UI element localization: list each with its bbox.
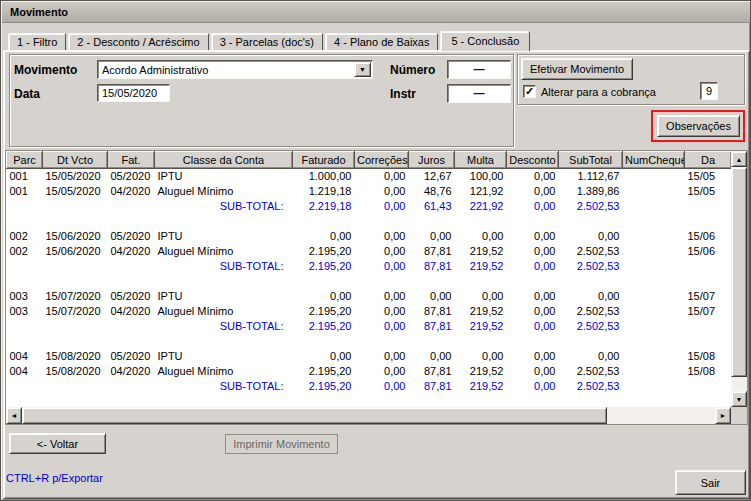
cell-fat: 04/2020 (108, 184, 155, 199)
cell-faturado (293, 334, 355, 349)
window-title: Movimento (10, 6, 68, 18)
cell-data (685, 274, 732, 289)
cell-correcoes (355, 274, 409, 289)
scroll-left-icon[interactable]: ◄ (6, 407, 22, 424)
tab-conclusao[interactable]: 5 - Conclusão (440, 31, 530, 51)
column-header-desconto[interactable]: Desconto (507, 152, 559, 169)
horizontal-scrollbar[interactable]: ◄ ► (6, 407, 731, 424)
spacer-row (7, 334, 732, 349)
cell-faturado: 1.219,18 (293, 184, 355, 199)
cell-multa: 219,52 (455, 304, 507, 319)
movimento-dropdown[interactable]: Acordo Administrativo ▼ (97, 60, 373, 79)
cell-subtotal: 2.502,53 (559, 244, 623, 259)
column-header-parc[interactable]: Parc (7, 152, 43, 169)
cell-fat: 04/2020 (108, 244, 155, 259)
grid-table: ParcDt VctoFat.Classe da ContaFaturadoCo… (6, 151, 732, 409)
table-row[interactable]: 00315/07/202005/2020IPTU0,000,000,000,00… (7, 289, 732, 304)
cell-subtotal: 2.502,53 (559, 259, 623, 274)
cell-numcheque (623, 274, 685, 289)
cell-multa (455, 334, 507, 349)
column-header-subtotal[interactable]: SubTotal (559, 152, 623, 169)
column-header-juros[interactable]: Juros (409, 152, 455, 169)
table-row[interactable]: 00315/07/202004/2020Aluguel Mínimo2.195,… (7, 304, 732, 319)
cell-desconto: 0,00 (507, 169, 559, 184)
vertical-scroll-thumb[interactable] (731, 167, 747, 377)
alterar-cobranca-checkbox[interactable]: ✓ (523, 85, 536, 98)
table-row[interactable]: 00215/06/202005/2020IPTU0,000,000,000,00… (7, 229, 732, 244)
column-header-correcoes[interactable]: Correções (355, 152, 409, 169)
column-header-fat[interactable]: Fat. (108, 152, 155, 169)
cell-multa: 219,52 (455, 379, 507, 394)
table-row[interactable]: 00115/05/202005/2020IPTU1.000,000,0012,6… (7, 169, 732, 184)
cell-classe-da-conta (155, 334, 293, 349)
chevron-down-icon[interactable]: ▼ (354, 62, 371, 77)
imprimir-movimento-button[interactable]: Imprimir Movimento (225, 434, 338, 454)
cell-classe-da-conta (155, 214, 293, 229)
cell-numcheque (623, 229, 685, 244)
column-header-classe-da-conta[interactable]: Classe da Conta (155, 152, 293, 169)
cell-numcheque (623, 289, 685, 304)
cell-data (685, 379, 732, 394)
tab-desconto-acrescimo[interactable]: 2 - Desconto / Acréscimo (68, 33, 208, 50)
efetivar-movimento-button[interactable]: Efetivar Movimento (521, 58, 633, 80)
cobranca-field[interactable]: 9 (700, 82, 718, 100)
cell-subtotal: 0,00 (559, 229, 623, 244)
data-field[interactable]: 15/05/2020 (97, 84, 170, 102)
cell-fat (108, 274, 155, 289)
instr-label: Instr (390, 87, 416, 101)
column-header-data[interactable]: Da (685, 152, 732, 169)
instr-field[interactable]: — (447, 84, 511, 103)
spacer-row (7, 214, 732, 229)
cell-fat: 04/2020 (108, 364, 155, 379)
cell-fat: 05/2020 (108, 289, 155, 304)
cell-faturado: 2.195,20 (293, 304, 355, 319)
tab-parcelas-docs[interactable]: 3 - Parcelas (doc's) (211, 33, 323, 50)
cell-juros: 87,81 (409, 244, 455, 259)
table-row[interactable]: 00115/05/202004/2020Aluguel Mínimo1.219,… (7, 184, 732, 199)
cell-correcoes: 0,00 (355, 304, 409, 319)
column-header-multa[interactable]: Multa (455, 152, 507, 169)
cell-subtotal: 2.502,53 (559, 379, 623, 394)
cell-parc (7, 334, 43, 349)
cell-faturado: 1.000,00 (293, 169, 355, 184)
tab-plano-de-baixas[interactable]: 4 - Plano de Baixas (325, 33, 438, 50)
cell-faturado (293, 214, 355, 229)
cell-classe-da-conta: IPTU (155, 349, 293, 364)
column-header-numcheque[interactable]: NumCheque (623, 152, 685, 169)
cell-classe-da-conta: Aluguel Mínimo (155, 184, 293, 199)
cell-multa: 0,00 (455, 349, 507, 364)
column-header-faturado[interactable]: Faturado (293, 152, 355, 169)
cell-numcheque (623, 199, 685, 214)
cell-parc (7, 319, 43, 334)
scroll-right-icon[interactable]: ► (715, 407, 731, 424)
table-row[interactable]: 00415/08/202004/2020Aluguel Mínimo2.195,… (7, 364, 732, 379)
cell-dt-vcto (43, 214, 108, 229)
cell-correcoes: 0,00 (355, 169, 409, 184)
numero-field[interactable]: — (447, 60, 511, 79)
cell-correcoes: 0,00 (355, 349, 409, 364)
cell-correcoes (355, 334, 409, 349)
table-row[interactable]: 00415/08/202005/2020IPTU0,000,000,000,00… (7, 349, 732, 364)
cell-juros (409, 334, 455, 349)
column-header-dt-vcto[interactable]: Dt Vcto (43, 152, 108, 169)
voltar-button[interactable]: <- Voltar (9, 433, 106, 454)
cell-fat (108, 379, 155, 394)
cell-subtotal: 0,00 (559, 289, 623, 304)
cell-faturado: 2.195,20 (293, 319, 355, 334)
scroll-up-icon[interactable]: ▲ (731, 151, 747, 167)
cell-dt-vcto: 15/05/2020 (43, 184, 108, 199)
horizontal-scroll-thumb[interactable] (22, 407, 607, 424)
cell-dt-vcto: 15/05/2020 (43, 169, 108, 184)
tab-filtro[interactable]: 1 - Filtro (8, 33, 66, 50)
vertical-scrollbar[interactable]: ▲ ▼ (731, 151, 747, 407)
titlebar[interactable]: Movimento (2, 2, 750, 23)
cell-numcheque (623, 184, 685, 199)
cell-classe-da-conta: SUB-TOTAL: (155, 379, 293, 394)
cell-desconto: 0,00 (507, 364, 559, 379)
scroll-down-icon[interactable]: ▼ (731, 391, 747, 407)
sair-button[interactable]: Sair (675, 470, 746, 495)
cell-desconto: 0,00 (507, 304, 559, 319)
observacoes-button[interactable]: Observações (657, 115, 740, 137)
table-row[interactable]: 00215/06/202004/2020Aluguel Mínimo2.195,… (7, 244, 732, 259)
cell-juros (409, 274, 455, 289)
